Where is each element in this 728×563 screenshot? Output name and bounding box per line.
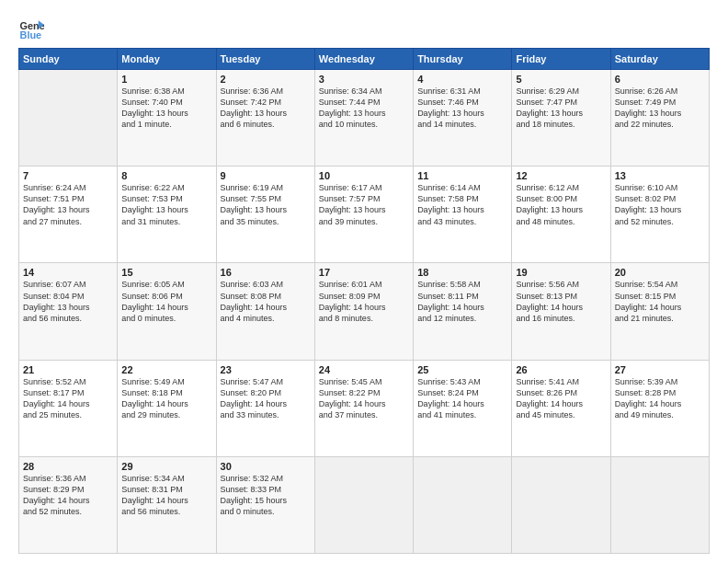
day-number: 4	[417, 74, 507, 85]
day-info: Sunrise: 5:39 AM Sunset: 8:28 PM Dayligh…	[615, 376, 705, 421]
weekday-header-monday: Monday	[118, 49, 216, 70]
day-info: Sunrise: 5:52 AM Sunset: 8:17 PM Dayligh…	[23, 376, 113, 421]
calendar-cell	[414, 456, 512, 553]
day-info: Sunrise: 6:26 AM Sunset: 7:49 PM Dayligh…	[615, 86, 705, 131]
weekday-header-sunday: Sunday	[19, 49, 118, 70]
calendar-cell: 3Sunrise: 6:34 AM Sunset: 7:44 PM Daylig…	[314, 70, 413, 167]
header: General Blue	[18, 15, 710, 40]
day-number: 1	[121, 74, 211, 85]
day-number: 24	[319, 364, 409, 375]
calendar-week-4: 21Sunrise: 5:52 AM Sunset: 8:17 PM Dayli…	[19, 360, 710, 456]
day-number: 15	[121, 267, 211, 278]
day-number: 19	[516, 267, 606, 278]
weekday-header-wednesday: Wednesday	[314, 49, 413, 70]
day-info: Sunrise: 6:29 AM Sunset: 7:47 PM Dayligh…	[516, 86, 606, 131]
logo: General Blue	[18, 15, 44, 40]
calendar-cell: 11Sunrise: 6:14 AM Sunset: 7:58 PM Dayli…	[414, 167, 512, 263]
day-info: Sunrise: 5:47 AM Sunset: 8:20 PM Dayligh…	[221, 376, 311, 421]
calendar-cell: 17Sunrise: 6:01 AM Sunset: 8:09 PM Dayli…	[314, 263, 413, 360]
calendar-cell: 14Sunrise: 6:07 AM Sunset: 8:04 PM Dayli…	[19, 263, 118, 360]
day-info: Sunrise: 6:36 AM Sunset: 7:42 PM Dayligh…	[221, 86, 311, 131]
calendar-week-1: 1Sunrise: 6:38 AM Sunset: 7:40 PM Daylig…	[19, 70, 710, 167]
day-info: Sunrise: 6:17 AM Sunset: 7:57 PM Dayligh…	[319, 182, 409, 227]
day-number: 22	[121, 364, 211, 375]
day-info: Sunrise: 6:05 AM Sunset: 8:06 PM Dayligh…	[121, 279, 211, 324]
calendar-cell: 28Sunrise: 5:36 AM Sunset: 8:29 PM Dayli…	[19, 456, 118, 553]
day-number: 26	[516, 364, 606, 375]
day-number: 12	[516, 170, 606, 181]
day-number: 27	[615, 364, 705, 375]
calendar-cell: 4Sunrise: 6:31 AM Sunset: 7:46 PM Daylig…	[414, 70, 512, 167]
calendar-week-2: 7Sunrise: 6:24 AM Sunset: 7:51 PM Daylig…	[19, 167, 710, 263]
day-number: 7	[23, 170, 113, 181]
calendar-cell: 22Sunrise: 5:49 AM Sunset: 8:18 PM Dayli…	[118, 360, 216, 456]
calendar-cell	[19, 70, 118, 167]
day-info: Sunrise: 5:45 AM Sunset: 8:22 PM Dayligh…	[319, 376, 409, 421]
calendar-cell: 18Sunrise: 5:58 AM Sunset: 8:11 PM Dayli…	[414, 263, 512, 360]
day-number: 3	[319, 74, 409, 85]
calendar-cell: 8Sunrise: 6:22 AM Sunset: 7:53 PM Daylig…	[118, 167, 216, 263]
calendar-cell: 27Sunrise: 5:39 AM Sunset: 8:28 PM Dayli…	[610, 360, 709, 456]
weekday-header-row: SundayMondayTuesdayWednesdayThursdayFrid…	[19, 49, 710, 70]
calendar-cell	[610, 456, 709, 553]
calendar-cell: 21Sunrise: 5:52 AM Sunset: 8:17 PM Dayli…	[19, 360, 118, 456]
day-number: 13	[615, 170, 705, 181]
day-info: Sunrise: 6:34 AM Sunset: 7:44 PM Dayligh…	[319, 86, 409, 131]
calendar-cell: 23Sunrise: 5:47 AM Sunset: 8:20 PM Dayli…	[216, 360, 314, 456]
day-number: 2	[221, 74, 311, 85]
logo-icon: General Blue	[18, 15, 44, 40]
day-number: 9	[221, 170, 311, 181]
day-number: 17	[319, 267, 409, 278]
calendar-cell	[512, 456, 610, 553]
day-info: Sunrise: 6:01 AM Sunset: 8:09 PM Dayligh…	[319, 279, 409, 324]
calendar-week-5: 28Sunrise: 5:36 AM Sunset: 8:29 PM Dayli…	[19, 456, 710, 553]
day-info: Sunrise: 5:49 AM Sunset: 8:18 PM Dayligh…	[121, 376, 211, 421]
day-info: Sunrise: 6:22 AM Sunset: 7:53 PM Dayligh…	[121, 182, 211, 227]
day-info: Sunrise: 5:58 AM Sunset: 8:11 PM Dayligh…	[417, 279, 507, 324]
day-number: 23	[221, 364, 311, 375]
day-info: Sunrise: 6:12 AM Sunset: 8:00 PM Dayligh…	[516, 182, 606, 227]
calendar-cell: 26Sunrise: 5:41 AM Sunset: 8:26 PM Dayli…	[512, 360, 610, 456]
calendar-cell: 5Sunrise: 6:29 AM Sunset: 7:47 PM Daylig…	[512, 70, 610, 167]
calendar-cell: 20Sunrise: 5:54 AM Sunset: 8:15 PM Dayli…	[610, 263, 709, 360]
calendar-cell: 30Sunrise: 5:32 AM Sunset: 8:33 PM Dayli…	[216, 456, 314, 553]
day-info: Sunrise: 5:36 AM Sunset: 8:29 PM Dayligh…	[23, 473, 113, 518]
calendar-cell: 6Sunrise: 6:26 AM Sunset: 7:49 PM Daylig…	[610, 70, 709, 167]
calendar-cell: 19Sunrise: 5:56 AM Sunset: 8:13 PM Dayli…	[512, 263, 610, 360]
weekday-header-thursday: Thursday	[414, 49, 512, 70]
day-info: Sunrise: 5:43 AM Sunset: 8:24 PM Dayligh…	[417, 376, 507, 421]
day-number: 6	[615, 74, 705, 85]
calendar-cell: 10Sunrise: 6:17 AM Sunset: 7:57 PM Dayli…	[314, 167, 413, 263]
day-number: 29	[121, 461, 211, 472]
day-number: 14	[23, 267, 113, 278]
day-number: 11	[417, 170, 507, 181]
calendar-cell: 9Sunrise: 6:19 AM Sunset: 7:55 PM Daylig…	[216, 167, 314, 263]
weekday-header-tuesday: Tuesday	[216, 49, 314, 70]
day-info: Sunrise: 6:24 AM Sunset: 7:51 PM Dayligh…	[23, 182, 113, 227]
weekday-header-saturday: Saturday	[610, 49, 709, 70]
page: General Blue SundayMondayTuesdayWednesda…	[0, 0, 728, 563]
day-info: Sunrise: 6:38 AM Sunset: 7:40 PM Dayligh…	[121, 86, 211, 131]
day-info: Sunrise: 6:19 AM Sunset: 7:55 PM Dayligh…	[221, 182, 311, 227]
day-info: Sunrise: 5:32 AM Sunset: 8:33 PM Dayligh…	[221, 473, 311, 518]
day-info: Sunrise: 6:10 AM Sunset: 8:02 PM Dayligh…	[615, 182, 705, 227]
day-info: Sunrise: 6:03 AM Sunset: 8:08 PM Dayligh…	[221, 279, 311, 324]
day-number: 21	[23, 364, 113, 375]
day-number: 8	[121, 170, 211, 181]
calendar-cell: 25Sunrise: 5:43 AM Sunset: 8:24 PM Dayli…	[414, 360, 512, 456]
calendar-cell	[314, 456, 413, 553]
calendar-cell: 1Sunrise: 6:38 AM Sunset: 7:40 PM Daylig…	[118, 70, 216, 167]
day-number: 18	[417, 267, 507, 278]
day-info: Sunrise: 5:34 AM Sunset: 8:31 PM Dayligh…	[121, 473, 211, 518]
day-number: 5	[516, 74, 606, 85]
day-info: Sunrise: 5:54 AM Sunset: 8:15 PM Dayligh…	[615, 279, 705, 324]
calendar-week-3: 14Sunrise: 6:07 AM Sunset: 8:04 PM Dayli…	[19, 263, 710, 360]
svg-text:Blue: Blue	[20, 29, 42, 40]
day-number: 10	[319, 170, 409, 181]
calendar-cell: 29Sunrise: 5:34 AM Sunset: 8:31 PM Dayli…	[118, 456, 216, 553]
day-number: 16	[221, 267, 311, 278]
day-info: Sunrise: 6:07 AM Sunset: 8:04 PM Dayligh…	[23, 279, 113, 324]
day-info: Sunrise: 5:41 AM Sunset: 8:26 PM Dayligh…	[516, 376, 606, 421]
calendar-cell: 24Sunrise: 5:45 AM Sunset: 8:22 PM Dayli…	[314, 360, 413, 456]
day-info: Sunrise: 6:31 AM Sunset: 7:46 PM Dayligh…	[417, 86, 507, 131]
